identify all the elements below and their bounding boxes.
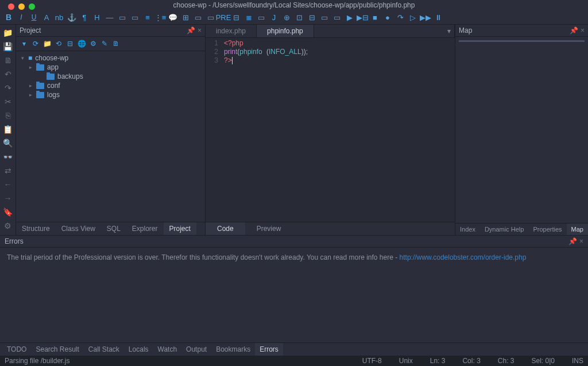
close-window-icon[interactable] xyxy=(8,3,14,10)
find-icon[interactable]: 👓 xyxy=(3,152,13,161)
tab-project[interactable]: Project xyxy=(164,222,196,235)
expand-icon[interactable]: ▸ xyxy=(28,92,33,98)
forward-icon[interactable]: → xyxy=(3,194,13,203)
tab-preview[interactable]: Preview xyxy=(245,222,293,235)
sync-icon[interactable]: ⟲ xyxy=(54,39,63,48)
textarea-icon[interactable]: ≣ xyxy=(243,12,254,22)
editor-tab-index[interactable]: index.php xyxy=(206,25,257,37)
image-icon[interactable]: ▭ xyxy=(117,12,127,22)
paragraph-icon[interactable]: ¶ xyxy=(79,12,90,22)
save-icon[interactable]: 💾 xyxy=(3,42,13,51)
comment-icon[interactable]: 💬 xyxy=(168,12,178,22)
expand-icon[interactable]: ▸ xyxy=(28,64,33,70)
save-all-icon[interactable]: 🗎 xyxy=(3,56,13,65)
tab-map[interactable]: Map xyxy=(567,224,588,235)
tab-call-stack[interactable]: Call Stack xyxy=(84,343,124,356)
tab-structure[interactable]: Structure xyxy=(16,222,56,235)
edit-icon[interactable]: ✎ xyxy=(100,39,109,48)
pin-icon[interactable]: 📌 xyxy=(568,237,577,245)
anchor-icon[interactable]: ⚓ xyxy=(67,12,77,22)
replace-icon[interactable]: ⇄ xyxy=(3,166,13,175)
object-icon[interactable]: ▭ xyxy=(332,12,342,22)
pre-icon[interactable]: PRE xyxy=(218,12,229,22)
order-link[interactable]: http://www.codelobster.com/order-ide.php xyxy=(400,253,527,261)
run-icon[interactable]: ▶ xyxy=(345,12,355,22)
breakpoint-icon[interactable]: ● xyxy=(382,12,393,22)
frame-icon[interactable]: ⊡ xyxy=(294,12,304,22)
tab-classview[interactable]: Class View xyxy=(56,222,101,235)
nb-icon[interactable]: nb xyxy=(54,12,64,22)
step-over-icon[interactable]: ↷ xyxy=(395,12,405,22)
bold-icon[interactable]: B xyxy=(3,12,14,22)
stop-icon[interactable]: ■ xyxy=(370,12,380,22)
tab-watch[interactable]: Watch xyxy=(153,343,182,356)
new-folder-icon[interactable]: 📁 xyxy=(42,39,52,48)
expand-icon[interactable]: ▸ xyxy=(28,83,33,88)
globe-icon[interactable]: 🌐 xyxy=(77,39,86,48)
new-file-icon[interactable]: ▾ xyxy=(20,39,29,48)
refresh-icon[interactable]: ⟳ xyxy=(31,39,40,48)
open-folder-icon[interactable]: 📁 xyxy=(3,28,13,37)
back-icon[interactable]: ← xyxy=(3,180,13,189)
tab-code[interactable]: Code xyxy=(206,222,245,235)
js-icon[interactable]: J xyxy=(269,12,279,22)
pause-icon[interactable]: ⏸ xyxy=(433,12,443,22)
code-editor[interactable]: 1 2 3 <?php print(phpinfo (INFO_ALL)); ?… xyxy=(206,38,455,222)
numbered-list-icon[interactable]: ⋮≡ xyxy=(155,12,165,22)
italic-icon[interactable]: I xyxy=(16,12,26,22)
tab-index[interactable]: Index xyxy=(455,224,480,235)
code-content[interactable]: <?php print(phpinfo (INFO_ALL)); ?> xyxy=(222,38,455,222)
tab-output[interactable]: Output xyxy=(181,343,211,356)
minimap[interactable] xyxy=(455,37,588,223)
undo-icon[interactable]: ↶ xyxy=(3,70,13,79)
select-icon[interactable]: ⊟ xyxy=(231,12,241,22)
expand-icon[interactable]: ▾ xyxy=(20,55,25,61)
copy-icon[interactable]: ⎘ xyxy=(3,111,13,120)
tab-search-result[interactable]: Search Result xyxy=(31,343,83,356)
tab-explorer[interactable]: Explorer xyxy=(126,222,164,235)
tab-bookmarks[interactable]: Bookmarks xyxy=(211,343,255,356)
collapse-icon[interactable]: ⊟ xyxy=(65,39,75,48)
tab-locals[interactable]: Locals xyxy=(124,343,153,356)
tree-item-backups[interactable]: backups xyxy=(16,72,205,81)
cut-icon[interactable]: ✂ xyxy=(3,97,13,106)
input-icon[interactable]: ▭ xyxy=(256,12,266,22)
tree-item-app[interactable]: ▸ app xyxy=(16,63,205,72)
tab-errors[interactable]: Errors xyxy=(255,343,283,356)
maximize-window-icon[interactable] xyxy=(29,3,35,10)
tree-root[interactable]: ▾ ■ choose-wp xyxy=(16,53,205,63)
link-icon[interactable]: A xyxy=(41,12,52,22)
tree-item-conf[interactable]: ▸ conf xyxy=(16,81,205,90)
settings-icon[interactable]: ⚙ xyxy=(3,221,13,230)
minimize-window-icon[interactable] xyxy=(18,3,25,10)
style-icon[interactable]: ▭ xyxy=(319,12,330,22)
step-out-icon[interactable]: ▶▶ xyxy=(420,12,431,22)
close-panel-icon[interactable]: × xyxy=(581,26,585,34)
include-icon[interactable]: ⊕ xyxy=(281,12,292,22)
tab-properties[interactable]: Properties xyxy=(528,224,566,235)
doc-icon[interactable]: 🗎 xyxy=(111,39,121,48)
pin-icon[interactable]: 📌 xyxy=(187,26,195,34)
pin-icon[interactable]: 📌 xyxy=(570,26,578,34)
search-icon[interactable]: 🔍 xyxy=(3,138,13,148)
form-icon[interactable]: ▭ xyxy=(130,12,140,22)
paste-icon[interactable]: 📋 xyxy=(3,125,13,134)
tree-item-logs[interactable]: ▸ logs xyxy=(16,90,205,99)
tab-sql[interactable]: SQL xyxy=(101,222,126,235)
tab-dynamic-help[interactable]: Dynamic Help xyxy=(480,224,528,235)
tab-todo[interactable]: TODO xyxy=(2,343,31,356)
close-panel-icon[interactable]: × xyxy=(579,237,583,245)
underline-icon[interactable]: U xyxy=(29,12,39,22)
editor-tab-phpinfo[interactable]: phpinfo.php xyxy=(257,25,314,37)
gear-icon[interactable]: ⚙ xyxy=(88,39,98,48)
debug-icon[interactable]: ▶⊟ xyxy=(357,12,368,22)
heading-icon[interactable]: H xyxy=(92,12,102,22)
div-icon[interactable]: ▭ xyxy=(193,12,203,22)
tab-dropdown-icon[interactable]: ▾ xyxy=(443,25,455,37)
span-icon[interactable]: ▭ xyxy=(206,12,216,22)
list-icon[interactable]: ≡ xyxy=(142,12,153,22)
hr-icon[interactable]: — xyxy=(105,12,115,22)
bookmark-icon[interactable]: 🔖 xyxy=(3,207,13,217)
table-icon[interactable]: ⊞ xyxy=(180,12,191,22)
meta-icon[interactable]: ⊟ xyxy=(307,12,317,22)
